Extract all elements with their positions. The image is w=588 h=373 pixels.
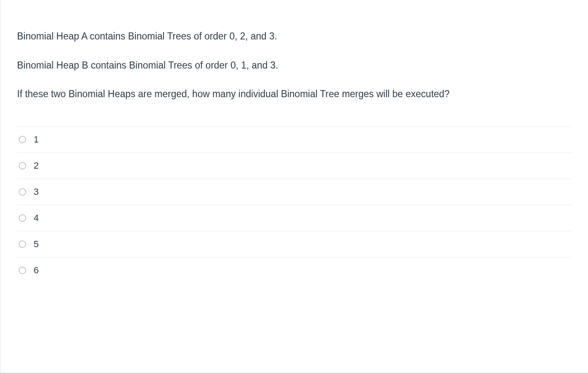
answer-label: 6 xyxy=(34,265,39,276)
question-paragraph-2: Binomial Heap B contains Binomial Trees … xyxy=(17,58,571,73)
answer-option-2[interactable]: 2 xyxy=(17,152,571,179)
answer-option-1[interactable]: 1 xyxy=(17,126,571,152)
answer-option-4[interactable]: 4 xyxy=(17,205,571,231)
answer-option-3[interactable]: 3 xyxy=(17,179,571,205)
answer-label: 1 xyxy=(34,134,39,145)
question-paragraph-3: If these two Binomial Heaps are merged, … xyxy=(17,87,571,101)
answer-label: 3 xyxy=(34,186,39,197)
answer-options: 1 2 3 4 5 6 xyxy=(17,126,571,283)
radio-icon xyxy=(19,136,26,143)
radio-icon xyxy=(19,188,26,196)
radio-icon xyxy=(19,240,26,248)
radio-icon xyxy=(19,162,26,169)
answer-label: 4 xyxy=(34,213,39,223)
answer-label: 5 xyxy=(34,239,39,250)
answer-option-6[interactable]: 6 xyxy=(17,257,571,283)
radio-icon xyxy=(19,214,26,222)
answer-option-5[interactable]: 5 xyxy=(17,231,571,257)
question-text: Binomial Heap A contains Binomial Trees … xyxy=(17,29,571,101)
question-body: Binomial Heap A contains Binomial Trees … xyxy=(0,0,588,292)
question-paragraph-1: Binomial Heap A contains Binomial Trees … xyxy=(17,29,571,44)
radio-icon xyxy=(19,267,26,274)
question-container: Binomial Heap A contains Binomial Trees … xyxy=(0,0,588,373)
answer-label: 2 xyxy=(34,160,39,171)
